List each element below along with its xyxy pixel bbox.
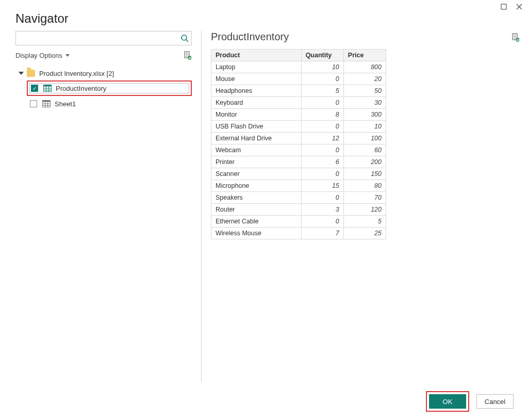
svg-rect-0 xyxy=(501,4,506,9)
svg-line-4 xyxy=(186,40,188,42)
cell-price: 800 xyxy=(343,61,386,73)
svg-rect-8 xyxy=(44,85,52,87)
preview-title: ProductInventory xyxy=(211,31,289,43)
col-price[interactable]: Price xyxy=(343,50,386,61)
cell-price: 80 xyxy=(343,180,386,192)
ok-button[interactable]: OK xyxy=(429,394,466,409)
cell-price: 100 xyxy=(343,133,386,144)
table-icon xyxy=(43,85,52,92)
cell-product: Mouse xyxy=(211,73,302,85)
table-row[interactable]: External Hard Drive12100 xyxy=(211,133,386,144)
refresh-preview-icon[interactable] xyxy=(510,33,520,42)
cell-product: Printer xyxy=(211,156,302,168)
col-product[interactable]: Product xyxy=(211,50,302,61)
col-quantity[interactable]: Quantity xyxy=(301,50,343,61)
cancel-button[interactable]: Cancel xyxy=(476,394,514,409)
cell-product: Router xyxy=(211,204,302,216)
cell-price: 300 xyxy=(343,109,386,121)
cell-product: Headphones xyxy=(211,85,302,97)
table-row[interactable]: Monitor8300 xyxy=(211,109,386,121)
table-row[interactable]: Wireless Mouse725 xyxy=(211,228,386,239)
search-input[interactable] xyxy=(16,35,178,42)
cell-quantity: 6 xyxy=(301,156,343,168)
cell-price: 20 xyxy=(343,73,386,85)
cell-product: Keyboard xyxy=(211,97,302,109)
cell-product: Speakers xyxy=(211,192,302,204)
cell-quantity: 0 xyxy=(301,144,343,156)
svg-point-3 xyxy=(182,35,187,40)
table-row[interactable]: Webcam060 xyxy=(211,144,386,156)
table-row[interactable]: Laptop10800 xyxy=(211,61,386,73)
checkbox-sheet1[interactable] xyxy=(30,100,37,107)
cell-product: USB Flash Drive xyxy=(211,121,302,133)
maximize-icon[interactable] xyxy=(500,3,507,10)
table-row[interactable]: USB Flash Drive010 xyxy=(211,121,386,133)
chevron-down-icon xyxy=(65,54,70,57)
cell-product: Webcam xyxy=(211,144,302,156)
cell-product: Microphone xyxy=(211,180,302,192)
cell-price: 30 xyxy=(343,97,386,109)
tree-root[interactable]: Product Inventory.xlsx [2] xyxy=(15,66,192,80)
cell-product: Monitor xyxy=(211,109,302,121)
refresh-icon[interactable] xyxy=(183,51,192,60)
table-row[interactable]: Headphones550 xyxy=(211,85,386,97)
cell-price: 25 xyxy=(343,228,386,239)
table-row[interactable]: Microphone1580 xyxy=(211,180,386,192)
tree-item-label: ProductInventory xyxy=(56,85,106,92)
cell-product: External Hard Drive xyxy=(211,133,302,144)
cell-quantity: 10 xyxy=(301,61,343,73)
cell-product: Wireless Mouse xyxy=(211,228,302,239)
cell-quantity: 3 xyxy=(301,204,343,216)
cell-quantity: 0 xyxy=(301,121,343,133)
cell-price: 200 xyxy=(343,156,386,168)
close-icon[interactable] xyxy=(516,3,523,10)
preview-table: Product Quantity Price Laptop10800Mouse0… xyxy=(211,49,386,239)
vertical-divider xyxy=(201,31,202,382)
cell-price: 5 xyxy=(343,216,386,228)
cell-price: 60 xyxy=(343,144,386,156)
ok-button-highlight: OK xyxy=(426,391,469,412)
cell-quantity: 8 xyxy=(301,109,343,121)
cell-product: Laptop xyxy=(211,61,302,73)
sheet-icon xyxy=(42,100,51,107)
search-box[interactable] xyxy=(15,31,192,45)
cell-quantity: 12 xyxy=(301,133,343,144)
table-row[interactable]: Speakers070 xyxy=(211,192,386,204)
folder-icon xyxy=(27,70,35,77)
checkbox-productinventory[interactable]: ✓ xyxy=(31,85,38,92)
cell-quantity: 0 xyxy=(301,73,343,85)
table-row[interactable]: Router3120 xyxy=(211,204,386,216)
tree-item-label: Sheet1 xyxy=(55,100,76,108)
svg-rect-14 xyxy=(43,101,51,102)
table-row[interactable]: Ethernet Cable05 xyxy=(211,216,386,228)
cell-quantity: 15 xyxy=(301,180,343,192)
display-options-label: Display Options xyxy=(15,52,62,59)
display-options-dropdown[interactable]: Display Options xyxy=(15,52,70,59)
cell-quantity: 0 xyxy=(301,192,343,204)
tree-item-productinventory[interactable]: ✓ ProductInventory xyxy=(27,80,192,96)
tree-root-label: Product Inventory.xlsx [2] xyxy=(39,70,114,77)
cell-price: 120 xyxy=(343,204,386,216)
cell-quantity: 0 xyxy=(301,97,343,109)
cell-product: Ethernet Cable xyxy=(211,216,302,228)
cell-quantity: 0 xyxy=(301,168,343,180)
cell-product: Scanner xyxy=(211,168,302,180)
cell-price: 150 xyxy=(343,168,386,180)
table-row[interactable]: Printer6200 xyxy=(211,156,386,168)
tree-item-sheet1[interactable]: Sheet1 xyxy=(27,96,192,111)
cell-price: 10 xyxy=(343,121,386,133)
cell-quantity: 7 xyxy=(301,228,343,239)
table-row[interactable]: Mouse020 xyxy=(211,73,386,85)
cell-price: 50 xyxy=(343,85,386,97)
cell-quantity: 0 xyxy=(301,216,343,228)
expand-toggle-icon[interactable] xyxy=(18,70,25,77)
table-row[interactable]: Scanner0150 xyxy=(211,168,386,180)
page-title: Navigator xyxy=(15,11,513,26)
table-row[interactable]: Keyboard030 xyxy=(211,97,386,109)
cell-price: 70 xyxy=(343,192,386,204)
cell-quantity: 5 xyxy=(301,85,343,97)
search-icon[interactable] xyxy=(178,34,191,42)
